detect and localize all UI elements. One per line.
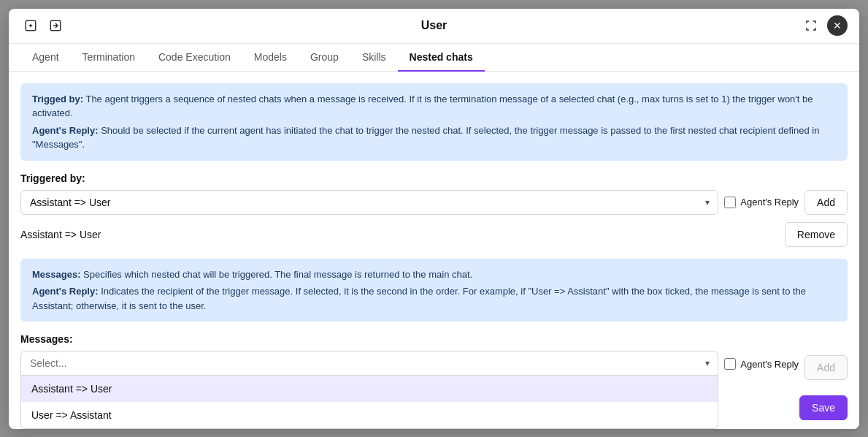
modal: User ✕ Agent Termination Code Execution … [9, 9, 859, 429]
triggered-by-desc: The agent triggers a sequence of nested … [32, 94, 813, 119]
messages-row: ▾ Assistant => User User => Assistant Ag… [20, 351, 848, 429]
tab-group[interactable]: Group [299, 44, 350, 72]
export-icon[interactable] [45, 15, 66, 36]
expand-icon[interactable] [801, 15, 821, 36]
messages-desc: Specifies which nested chat will be trig… [83, 269, 472, 280]
agents-reply-label-2: Agent's Reply [740, 359, 799, 370]
triggered-by-row: Assistant => User ▾ Agent's Reply Add [20, 190, 848, 215]
save-area: Save [799, 395, 848, 420]
agents-reply-checkbox-1[interactable] [724, 197, 736, 208]
modal-header: User ✕ [9, 9, 859, 44]
agents-reply-label-1: Agent's Reply [740, 197, 799, 208]
messages-search-input[interactable] [20, 351, 718, 376]
add-button-1[interactable]: Add [804, 190, 848, 215]
dropdown-option-assistant-user[interactable]: Assistant => User [21, 376, 718, 402]
agents-reply-desc-1: Should be selected if the current agent … [32, 125, 819, 151]
messages-select-container: ▾ Assistant => User User => Assistant [20, 351, 718, 429]
triggered-by-select-wrapper: Assistant => User ▾ [20, 190, 718, 215]
triggered-by-select[interactable]: Assistant => User [20, 190, 718, 215]
tab-termination[interactable]: Termination [71, 44, 147, 72]
agents-reply-bold-label-2: Agent's Reply: [32, 286, 99, 297]
agents-reply-bold-label-1: Agent's Reply: [32, 125, 99, 136]
modal-icons-left [20, 15, 66, 36]
messages-input-wrapper: ▾ [20, 351, 718, 376]
tab-skills[interactable]: Skills [350, 44, 398, 72]
dropdown-option-user-assistant[interactable]: User => Assistant [21, 402, 718, 428]
save-button[interactable]: Save [799, 395, 848, 420]
triggered-by-existing-value: Assistant => User [20, 229, 779, 240]
tab-code-execution[interactable]: Code Execution [147, 44, 242, 72]
agents-reply-checkbox-label-1[interactable]: Agent's Reply [724, 197, 799, 208]
add-button-2[interactable]: Add [804, 355, 848, 380]
triggered-by-label: Triggered by: [20, 172, 848, 184]
agents-reply-checkbox-2[interactable] [724, 358, 736, 370]
modal-body: Trigged by: The agent triggers a sequenc… [9, 72, 859, 429]
messages-label: Messages: [20, 333, 848, 345]
info-box-messages: Messages: Specifies which nested chat wi… [20, 259, 848, 322]
modal-title: User [421, 19, 448, 32]
triggered-by-bold-label: Trigged by: [32, 94, 83, 104]
messages-dropdown-list: Assistant => User User => Assistant [20, 376, 718, 429]
tab-agent[interactable]: Agent [20, 44, 71, 72]
tab-models[interactable]: Models [242, 44, 299, 72]
import-icon[interactable] [20, 15, 41, 36]
remove-button[interactable]: Remove [785, 222, 848, 247]
agents-reply-checkbox-label-2[interactable]: Agent's Reply [724, 358, 799, 370]
nav-tabs: Agent Termination Code Execution Models … [9, 44, 859, 72]
messages-bold-label: Messages: [32, 269, 80, 280]
close-icon[interactable]: ✕ [827, 15, 848, 36]
tab-nested-chats[interactable]: Nested chats [398, 44, 485, 72]
modal-overlay: User ✕ Agent Termination Code Execution … [0, 0, 868, 437]
info-box-triggered-by: Trigged by: The agent triggers a sequenc… [20, 83, 848, 161]
agents-reply-desc-2: Indicates the recipient of the trigger m… [32, 286, 806, 311]
modal-icons-right: ✕ [801, 15, 848, 36]
triggered-by-value-row: Assistant => User Remove [20, 222, 848, 247]
